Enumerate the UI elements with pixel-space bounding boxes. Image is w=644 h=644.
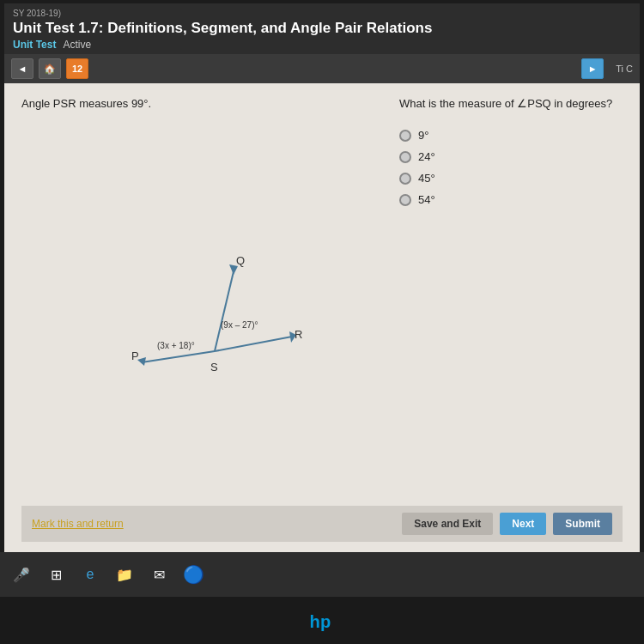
question-area: Angle PSR measures 99°.: [21, 97, 623, 506]
monitor: SY 2018-19) Unit Test 1.7: Definitions, …: [0, 0, 644, 644]
home-button[interactable]: 🏠: [39, 58, 61, 79]
svg-text:hp: hp: [310, 611, 331, 630]
timer-area: Ti C: [616, 64, 633, 74]
svg-line-0: [142, 351, 215, 362]
choice-d-label: 54°: [418, 193, 435, 206]
radio-b[interactable]: [399, 151, 411, 163]
breadcrumb-unit-test: Unit Test: [13, 39, 56, 51]
label-p: P: [131, 349, 139, 362]
main-content: Angle PSR measures 99°.: [4, 83, 640, 552]
choice-b-label: 24°: [418, 150, 435, 163]
label-s: S: [210, 361, 218, 374]
breadcrumb: Unit Test Active: [13, 39, 631, 51]
submit-button[interactable]: Submit: [553, 513, 612, 535]
diagram-container: Q P R S (3x + 18)° (9x – 27)°: [21, 118, 382, 506]
svg-line-1: [215, 268, 234, 351]
home-icon: 🏠: [44, 64, 56, 75]
taskbar-chrome-icon[interactable]: 🔵: [180, 562, 206, 587]
radio-a[interactable]: [399, 130, 411, 142]
hp-logo: hp: [305, 608, 339, 634]
angle-label-2: (9x – 27)°: [221, 320, 258, 330]
toolbar: ◄ 🏠 12 ► Ti C: [4, 54, 640, 83]
choice-a[interactable]: 9°: [399, 129, 623, 142]
choice-c[interactable]: 45°: [399, 172, 623, 185]
question-prompt: What is the measure of ∠PSQ in degrees?: [399, 97, 623, 110]
angle-label-1: (3x + 18)°: [157, 341, 195, 350]
angle-statement: Angle PSR measures 99°.: [21, 97, 382, 110]
save-exit-button[interactable]: Save and Exit: [402, 513, 493, 535]
mark-return-link[interactable]: Mark this and return: [32, 518, 124, 530]
taskbar: 🎤 ⊞ e 📁 ✉ 🔵: [0, 552, 644, 597]
taskbar-folder-icon[interactable]: 📁: [112, 562, 137, 587]
breadcrumb-active: Active: [63, 39, 91, 51]
choice-d[interactable]: 54°: [399, 193, 623, 206]
hp-logo-svg: hp: [307, 609, 337, 633]
answer-choices: 9° 24° 45° 54°: [399, 129, 623, 206]
question-number-badge: 12: [66, 58, 88, 79]
taskbar-mail-icon[interactable]: ✉: [146, 562, 172, 587]
geometry-diagram: Q P R S (3x + 18)° (9x – 27)°: [90, 218, 313, 407]
taskbar-edge-icon[interactable]: e: [77, 562, 103, 587]
sy-label: SY 2018-19): [13, 9, 631, 18]
page-title: Unit Test 1.7: Definitions, Segment, and…: [13, 20, 631, 37]
svg-line-2: [215, 337, 292, 351]
play-button[interactable]: ►: [581, 58, 604, 79]
header-bar: SY 2018-19) Unit Test 1.7: Definitions, …: [4, 3, 640, 54]
radio-c[interactable]: [399, 173, 411, 185]
taskbar-grid-icon[interactable]: ⊞: [43, 562, 69, 587]
choice-b[interactable]: 24°: [399, 150, 623, 163]
label-r: R: [295, 328, 302, 341]
left-panel: Angle PSR measures 99°.: [21, 97, 382, 506]
screen: SY 2018-19) Unit Test 1.7: Definitions, …: [4, 3, 640, 552]
label-q: Q: [236, 254, 245, 267]
radio-d[interactable]: [399, 194, 411, 206]
taskbar-microphone-icon[interactable]: 🎤: [9, 562, 34, 587]
action-bar: Mark this and return Save and Exit Next …: [21, 506, 623, 542]
hp-logo-area: hp: [0, 597, 644, 644]
back-button[interactable]: ◄: [11, 58, 33, 79]
right-panel: What is the measure of ∠PSQ in degrees? …: [399, 97, 623, 506]
next-button[interactable]: Next: [500, 513, 546, 535]
choice-a-label: 9°: [418, 129, 428, 142]
choice-c-label: 45°: [418, 172, 435, 185]
